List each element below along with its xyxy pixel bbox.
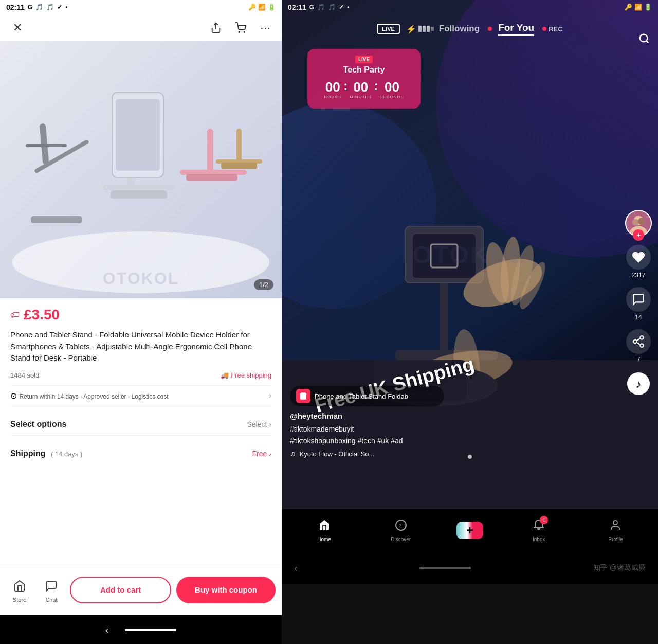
like-button[interactable]: 2317 bbox=[626, 245, 651, 279]
svg-rect-18 bbox=[236, 129, 242, 165]
svg-rect-13 bbox=[116, 99, 160, 171]
chat-icon bbox=[42, 577, 61, 595]
battery-icon: 🔋 bbox=[268, 4, 276, 11]
tiktok-logo-icon: ♪ bbox=[626, 371, 651, 396]
right-home-indicator[interactable] bbox=[419, 567, 471, 569]
lightning-icon: ⚡ bbox=[406, 24, 416, 34]
following-tab[interactable]: Following bbox=[439, 24, 480, 34]
bag-icon bbox=[299, 392, 307, 400]
tiktok-top-nav: LIVE ⚡ Following For You REC bbox=[282, 16, 658, 41]
more-button[interactable]: ⋯ bbox=[257, 20, 273, 36]
product-pill[interactable]: Phone and Tablet Stand Foldab bbox=[290, 386, 444, 406]
bottom-action-bar: Store Chat Add to cart Buy with coupon bbox=[0, 564, 282, 615]
discover-nav-item[interactable]: .2..1. Discover bbox=[362, 519, 439, 542]
shipping-truck-icon: 🚚 bbox=[221, 371, 229, 379]
status-icons: 🔑 📶 🔋 bbox=[248, 4, 276, 11]
right-status-icons: 🔑 📶 🔋 bbox=[625, 4, 652, 11]
home-indicator[interactable] bbox=[125, 629, 176, 631]
svg-point-49 bbox=[640, 336, 644, 339]
svg-rect-40 bbox=[427, 26, 430, 32]
select-options-row[interactable]: Select options Select › bbox=[10, 414, 271, 436]
return-text: Return within 14 days · Approved seller … bbox=[19, 393, 168, 400]
select-btn[interactable]: Select › bbox=[247, 420, 271, 428]
free-shipping-badge: 🚚 Free shipping bbox=[221, 371, 271, 379]
sep1-icon: : bbox=[343, 79, 348, 93]
music-note-icon: ♫ bbox=[290, 450, 296, 458]
price-row: 🏷 £3.50 bbox=[10, 307, 271, 323]
svg-rect-11 bbox=[111, 190, 167, 199]
right-back-chevron-icon[interactable]: ‹ bbox=[294, 562, 298, 574]
right-sidebar-actions: + 2317 14 bbox=[625, 210, 652, 396]
store-button[interactable]: Store bbox=[6, 577, 33, 603]
key-icon: 🔑 bbox=[248, 4, 256, 11]
shipping-free[interactable]: Free › bbox=[252, 450, 271, 458]
video-hashtags: #tiktokmademebuyit #tiktokshopunboxing #… bbox=[290, 423, 617, 446]
inbox-nav-item[interactable]: 1 Inbox bbox=[501, 519, 577, 542]
comment-button[interactable]: 14 bbox=[626, 287, 651, 321]
follow-plus-icon[interactable]: + bbox=[633, 229, 644, 241]
svg-rect-16 bbox=[186, 174, 237, 181]
shipping-chevron-icon: › bbox=[269, 450, 271, 458]
battery-bars-icon bbox=[418, 25, 439, 33]
dot-icon: • bbox=[65, 4, 67, 11]
return-row[interactable]: ⊙ Return within 14 days · Approved selle… bbox=[10, 385, 271, 406]
heart-icon bbox=[626, 245, 651, 270]
discover-nav-label: Discover bbox=[391, 536, 411, 542]
product-image-svg bbox=[0, 41, 282, 298]
for-you-tab[interactable]: For You bbox=[498, 22, 534, 36]
video-bottom-info: Phone and Tablet Stand Foldab @heytechma… bbox=[290, 386, 617, 458]
tiktok-video-area[interactable]: OTOKOL LIVE ⚡ Following For You REC bbox=[282, 0, 658, 509]
left-status-bar: 02:11 G 🎵 🎵 ✓ • 🔑 📶 🔋 bbox=[0, 0, 282, 14]
add-to-cart-button[interactable]: Add to cart bbox=[70, 577, 171, 603]
svg-point-2 bbox=[244, 31, 245, 32]
right-panel: 02:11 G 🎵 🎵 ✓ • 🔑 📶 🔋 bbox=[282, 0, 658, 644]
home-icon bbox=[318, 519, 331, 534]
live-badge[interactable]: LIVE bbox=[377, 24, 399, 34]
tiktok-circle-icon: ♪ bbox=[627, 372, 650, 395]
product-title: Phone and Tablet Stand - Foldable Univer… bbox=[10, 329, 271, 364]
shop-icon bbox=[296, 389, 310, 403]
buy-with-coupon-button[interactable]: Buy with coupon bbox=[176, 577, 276, 603]
return-circle-icon: ⊙ bbox=[10, 391, 19, 400]
right-g-icon: G bbox=[309, 4, 314, 11]
tiktok-bottom-nav: Home .2..1. Discover + 1 bbox=[282, 509, 658, 556]
svg-rect-15 bbox=[207, 129, 213, 175]
sold-shipping-row: 1484 sold 🚚 Free shipping bbox=[10, 371, 271, 379]
back-chevron-icon[interactable]: ‹ bbox=[105, 624, 109, 636]
right-battery-icon: 🔋 bbox=[644, 4, 652, 11]
chat-button[interactable]: Chat bbox=[38, 577, 65, 603]
price-tag-icon: 🏷 bbox=[10, 310, 20, 320]
search-button[interactable] bbox=[638, 33, 650, 47]
profile-nav-label: Profile bbox=[608, 536, 623, 542]
return-chevron-icon: › bbox=[269, 391, 271, 400]
share-button[interactable]: 7 bbox=[626, 329, 651, 363]
music-info-row[interactable]: ♫ Kyoto Flow - Official So... bbox=[290, 450, 617, 458]
select-options-label: Select options bbox=[10, 420, 66, 429]
wifi-icon: 📶 bbox=[258, 4, 266, 11]
right-key-icon: 🔑 bbox=[625, 4, 632, 11]
shipping-days: ( 14 days ) bbox=[51, 450, 82, 458]
svg-point-48 bbox=[638, 218, 645, 225]
add-icon[interactable]: + bbox=[456, 522, 483, 539]
rec-dot-icon bbox=[542, 27, 546, 31]
comment-icon bbox=[626, 287, 651, 312]
svg-text:.2..1.: .2..1. bbox=[397, 523, 407, 528]
profile-nav-item[interactable]: Profile bbox=[577, 519, 654, 542]
svg-point-50 bbox=[633, 340, 637, 344]
add-content-button[interactable]: + bbox=[439, 522, 500, 539]
close-button[interactable]: ✕ bbox=[8, 19, 27, 37]
svg-rect-39 bbox=[423, 26, 426, 32]
svg-rect-19 bbox=[221, 163, 257, 169]
creator-avatar[interactable]: + bbox=[625, 210, 652, 237]
svg-point-59 bbox=[613, 521, 617, 525]
creator-username[interactable]: @heytechman bbox=[290, 412, 617, 420]
right-status-bar: 02:11 G 🎵 🎵 ✓ • 🔑 📶 🔋 bbox=[282, 0, 658, 14]
live-countdown-card[interactable]: LIVE Tech Party 00 HOURS : 00 MINUTES : … bbox=[307, 49, 421, 109]
tiktok-icon-1: 🎵 bbox=[35, 4, 43, 11]
right-dot-icon: • bbox=[347, 4, 349, 11]
nav-action-icons: ⋯ bbox=[208, 20, 273, 36]
tiktok-logo-button[interactable]: ♪ bbox=[626, 371, 651, 396]
share-button[interactable] bbox=[208, 20, 224, 36]
cart-button[interactable] bbox=[232, 20, 249, 36]
home-nav-item[interactable]: Home bbox=[286, 519, 362, 542]
